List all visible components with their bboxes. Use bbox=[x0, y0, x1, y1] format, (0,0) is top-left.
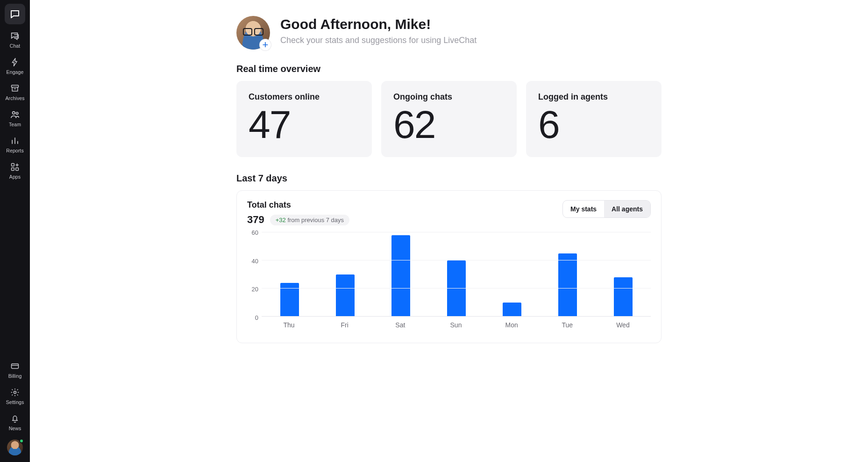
delta-pill: +32 from previous 7 days bbox=[270, 215, 349, 225]
total-chats-value: 379 bbox=[247, 214, 264, 226]
svg-rect-3 bbox=[12, 164, 14, 166]
nav-news[interactable]: News bbox=[9, 413, 21, 431]
x-tick-label: Mon bbox=[484, 321, 540, 329]
nav-label: Archives bbox=[5, 95, 24, 101]
svg-rect-6 bbox=[12, 364, 19, 368]
y-tick-label: 0 bbox=[255, 314, 258, 321]
nav-archives[interactable]: Archives bbox=[5, 83, 24, 101]
card-title: Ongoing chats bbox=[393, 92, 505, 102]
nav-label: Reports bbox=[6, 148, 23, 153]
overview-title: Real time overview bbox=[236, 64, 662, 74]
last7-title: Last 7 days bbox=[236, 173, 662, 184]
page-header: + Good Afternoon, Mike! Check your stats… bbox=[236, 16, 662, 50]
x-tick-label: Sat bbox=[372, 321, 428, 329]
bar-col bbox=[595, 232, 651, 317]
overview-cards: Customers online 47 Ongoing chats 62 Log… bbox=[236, 81, 662, 157]
card-title: Customers online bbox=[249, 92, 360, 102]
nav-secondary: Billing Settings News bbox=[6, 361, 24, 455]
total-chats-panel: Total chats 379 +32 from previous 7 days… bbox=[236, 190, 662, 343]
card-customers-online[interactable]: Customers online 47 bbox=[236, 81, 372, 157]
archive-icon bbox=[10, 83, 20, 94]
x-tick-label: Thu bbox=[261, 321, 317, 329]
svg-rect-0 bbox=[12, 85, 19, 87]
card-value: 6 bbox=[538, 105, 649, 144]
seg-my-stats[interactable]: My stats bbox=[563, 201, 604, 217]
bar[interactable] bbox=[614, 277, 633, 317]
svg-point-1 bbox=[12, 112, 15, 115]
svg-rect-5 bbox=[16, 168, 19, 171]
plus-icon: + bbox=[263, 40, 269, 50]
apps-icon bbox=[10, 162, 20, 172]
grid-line bbox=[262, 232, 651, 232]
bell-icon bbox=[10, 413, 20, 424]
delta-suffix: from previous 7 days bbox=[286, 217, 344, 224]
x-tick-label: Fri bbox=[317, 321, 372, 329]
greeting-subtitle: Check your stats and suggestions for usi… bbox=[280, 36, 477, 45]
nav-primary: Chat Engage Archives Team bbox=[5, 31, 24, 180]
sidebar-avatar[interactable] bbox=[7, 440, 23, 455]
bar-col bbox=[373, 232, 428, 317]
billing-icon bbox=[10, 361, 20, 371]
x-tick-label: Tue bbox=[540, 321, 595, 329]
nav-reports[interactable]: Reports bbox=[6, 136, 23, 153]
bar[interactable] bbox=[503, 303, 521, 317]
app-logo[interactable] bbox=[5, 4, 25, 24]
panel-title: Total chats bbox=[247, 200, 349, 210]
nav-engage[interactable]: Engage bbox=[7, 57, 24, 75]
status-dot-icon bbox=[19, 439, 24, 443]
nav-team[interactable]: Team bbox=[9, 109, 21, 127]
grid-line bbox=[262, 288, 651, 289]
chat-icon bbox=[10, 31, 20, 41]
bar[interactable] bbox=[391, 235, 410, 317]
bar-col bbox=[484, 232, 540, 317]
grid-line bbox=[262, 260, 651, 260]
reports-icon bbox=[10, 136, 20, 146]
total-chats-chart: 0204060 ThuFriSatSunMonTueWed bbox=[247, 232, 651, 329]
nav-label: Engage bbox=[7, 69, 24, 75]
chat-bubble-icon bbox=[9, 8, 21, 20]
card-ongoing-chats[interactable]: Ongoing chats 62 bbox=[381, 81, 517, 157]
seg-all-agents[interactable]: All agents bbox=[604, 201, 650, 217]
bar-col bbox=[428, 232, 484, 317]
stats-scope-toggle: My stats All agents bbox=[562, 200, 651, 218]
card-title: Logged in agents bbox=[538, 92, 649, 102]
nav-label: Settings bbox=[6, 399, 24, 405]
gear-icon bbox=[10, 387, 20, 397]
greeting-title: Good Afternoon, Mike! bbox=[280, 16, 477, 33]
avatar-add-button[interactable]: + bbox=[260, 39, 271, 51]
svg-point-7 bbox=[14, 391, 16, 394]
nav-chat[interactable]: Chat bbox=[10, 31, 21, 49]
bar-col bbox=[540, 232, 595, 317]
main-content: + Good Afternoon, Mike! Check your stats… bbox=[30, 0, 868, 462]
nav-apps[interactable]: Apps bbox=[9, 162, 21, 180]
bar-col bbox=[317, 232, 373, 317]
x-tick-label: Wed bbox=[595, 321, 651, 329]
profile-avatar[interactable]: + bbox=[236, 16, 270, 50]
bar[interactable] bbox=[447, 260, 466, 317]
delta-value: +32 bbox=[276, 217, 286, 224]
svg-rect-4 bbox=[12, 168, 14, 171]
card-value: 62 bbox=[393, 105, 505, 144]
bar-col bbox=[262, 232, 317, 317]
svg-point-2 bbox=[16, 112, 18, 115]
nav-label: Chat bbox=[10, 43, 21, 49]
y-tick-label: 20 bbox=[252, 286, 258, 293]
nav-settings[interactable]: Settings bbox=[6, 387, 24, 405]
nav-billing[interactable]: Billing bbox=[8, 361, 22, 379]
nav-label: News bbox=[9, 426, 21, 431]
nav-label: Team bbox=[9, 122, 21, 127]
x-tick-label: Sun bbox=[428, 321, 484, 329]
nav-label: Billing bbox=[8, 373, 22, 379]
bar[interactable] bbox=[558, 253, 577, 317]
bar[interactable] bbox=[336, 274, 355, 317]
card-logged-in-agents[interactable]: Logged in agents 6 bbox=[526, 81, 662, 157]
y-tick-label: 40 bbox=[252, 257, 258, 264]
bolt-icon bbox=[10, 57, 20, 67]
glasses-icon bbox=[243, 28, 263, 35]
y-tick-label: 60 bbox=[252, 229, 258, 236]
grid-line bbox=[262, 316, 651, 317]
team-icon bbox=[10, 109, 20, 120]
nav-label: Apps bbox=[9, 174, 21, 180]
sidebar: Chat Engage Archives Team bbox=[0, 0, 30, 462]
card-value: 47 bbox=[249, 105, 360, 144]
